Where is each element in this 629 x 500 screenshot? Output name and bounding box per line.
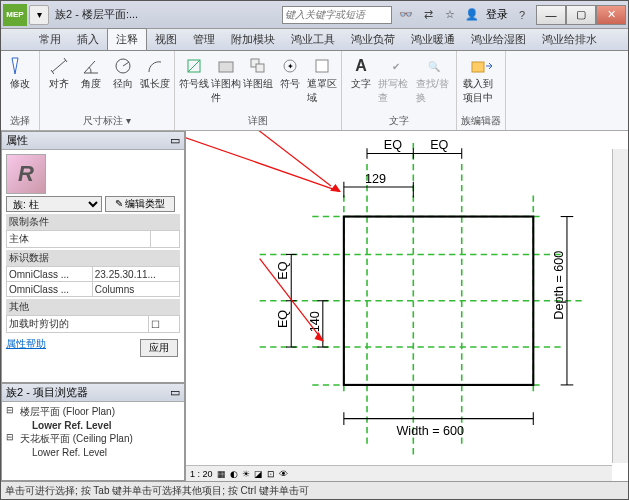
svg-rect-9: [256, 64, 264, 72]
close-button[interactable]: ✕: [596, 5, 626, 25]
quick-access-toolbar: MEP ▾: [3, 4, 49, 26]
dim-eq1: EQ: [384, 138, 402, 152]
arc-length-button[interactable]: 弧长度: [140, 53, 170, 91]
symbol-line-button[interactable]: 符号线: [179, 53, 209, 91]
browser-header[interactable]: 族2 - 项目浏览器▭: [2, 384, 184, 402]
tree-floorplans[interactable]: 楼层平面 (Floor Plan): [4, 404, 182, 420]
tab-view[interactable]: 视图: [147, 29, 185, 50]
exchange-icon[interactable]: ⇄: [420, 7, 436, 23]
tree-ceilingplans[interactable]: 天花板平面 (Ceiling Plan): [4, 431, 182, 447]
qat-dropdown[interactable]: ▾: [29, 5, 49, 25]
aligned-dim-button[interactable]: 对齐: [44, 53, 74, 91]
scale-control[interactable]: 1 : 20: [190, 469, 213, 479]
tab-insert[interactable]: 插入: [69, 29, 107, 50]
status-bar: 单击可进行选择; 按 Tab 键并单击可选择其他项目; 按 Ctrl 键并单击可: [1, 481, 628, 499]
pane-pin-icon[interactable]: ▭: [170, 134, 180, 147]
mask-region-button[interactable]: 遮罩区域: [307, 53, 337, 105]
modify-button[interactable]: 修改: [5, 53, 35, 91]
tab-addins[interactable]: 附加模块: [223, 29, 283, 50]
prop-host-value[interactable]: [151, 231, 180, 248]
tab-common[interactable]: 常用: [31, 29, 69, 50]
svg-line-47: [186, 131, 340, 191]
tab-annotate[interactable]: 注释: [107, 28, 147, 50]
dim-129: 129: [365, 172, 386, 186]
type-preview: R: [6, 154, 46, 194]
properties-help-link[interactable]: 属性帮助: [6, 338, 46, 349]
load-into-project-button[interactable]: 载入到项目中: [463, 53, 499, 105]
tab-hy-hvac[interactable]: 鸿业暖通: [403, 29, 463, 50]
app-menu-button[interactable]: MEP: [3, 4, 27, 26]
drawing-view[interactable]: — ▱ ✕ ⌂ 2D ◉ ✋: [186, 131, 628, 481]
dim-eq4: EQ: [276, 310, 290, 328]
svg-rect-7: [219, 62, 233, 72]
favorite-icon[interactable]: ☆: [442, 7, 458, 23]
detail-level-icon[interactable]: ▦: [217, 469, 226, 479]
group-dim-label[interactable]: 尺寸标注 ▾: [83, 112, 131, 130]
angular-dim-button[interactable]: 角度: [76, 53, 106, 91]
svg-rect-13: [472, 62, 484, 72]
login-link[interactable]: 登录: [486, 7, 508, 22]
tab-hy-plumb[interactable]: 鸿业给排水: [534, 29, 605, 50]
svg-line-6: [188, 60, 200, 72]
section-other: 其他: [6, 299, 180, 315]
prop-cutwithvoids-value[interactable]: ☐: [149, 316, 180, 333]
window-title: 族2 - 楼层平面:...: [55, 7, 282, 22]
prop-omniclass-num-label: OmniClass ...: [7, 267, 93, 282]
visual-style-icon[interactable]: ◐: [230, 469, 238, 479]
detail-group-button[interactable]: 详图组: [243, 53, 273, 91]
crop-icon[interactable]: ⊡: [267, 469, 275, 479]
main-area: 属性▭ R 族: 柱 ✎ 编辑类型 限制条件 主体 标识数据 OmniClass…: [1, 131, 628, 481]
detail-component-button[interactable]: 详图构件: [211, 53, 241, 105]
group-family-label: 族编辑器: [461, 112, 501, 130]
svg-text:✦: ✦: [287, 62, 294, 71]
ribbon-tabs: 常用 插入 注释 视图 管理 附加模块 鸿业工具 鸿业负荷 鸿业暖通 鸿业给湿图…: [1, 29, 628, 51]
prop-omniclass-title-label: OmniClass ...: [7, 282, 93, 297]
drawing-svg: EQ EQ 129 EQ EQ 140 Width = 600 Depth = …: [186, 131, 628, 481]
group-detail-label: 详图: [248, 112, 268, 130]
title-bar: MEP ▾ 族2 - 楼层平面:... 👓 ⇄ ☆ 👤 登录 ? — ▢ ✕: [1, 1, 628, 29]
edit-type-button[interactable]: ✎ 编辑类型: [105, 196, 175, 212]
title-utility-icons: 👓 ⇄ ☆ 👤 登录 ?: [398, 7, 530, 23]
type-selector[interactable]: 族: 柱: [6, 196, 102, 212]
apply-button[interactable]: 应用: [140, 339, 178, 357]
search-input[interactable]: [282, 6, 392, 24]
tree-floorplan-lower[interactable]: Lower Ref. Level: [4, 420, 182, 431]
radial-dim-button[interactable]: 径向: [108, 53, 138, 91]
svg-line-0: [52, 60, 66, 72]
group-select-label: 选择: [10, 112, 30, 130]
tab-hy-load[interactable]: 鸿业负荷: [343, 29, 403, 50]
section-identity: 标识数据: [6, 250, 180, 266]
minimize-button[interactable]: —: [536, 5, 566, 25]
hide-isolate-icon[interactable]: 👁: [279, 469, 288, 479]
help-icon[interactable]: ?: [514, 7, 530, 23]
find-replace-button[interactable]: 🔍查找/替换: [416, 53, 452, 105]
svg-rect-12: [316, 60, 328, 72]
dim-depth: Depth = 600: [552, 251, 566, 320]
prop-host-label: 主体: [7, 231, 151, 248]
spellcheck-button[interactable]: ✔拼写检查: [378, 53, 414, 105]
prop-omniclass-num-value[interactable]: 23.25.30.11...: [92, 267, 179, 282]
section-constraints: 限制条件: [6, 214, 180, 230]
binoculars-icon[interactable]: 👓: [398, 7, 414, 23]
dim-width: Width = 600: [396, 424, 464, 438]
dim-eq3: EQ: [276, 261, 290, 279]
tab-hy-tools[interactable]: 鸿业工具: [283, 29, 343, 50]
shadows-icon[interactable]: ◪: [254, 469, 263, 479]
symbol-button[interactable]: ✦符号: [275, 53, 305, 91]
prop-omniclass-title-value[interactable]: Columns: [92, 282, 179, 297]
view-control-bar: 1 : 20 ▦ ◐ ☀ ◪ ⊡ 👁: [186, 465, 612, 481]
svg-line-4: [123, 62, 129, 66]
tab-hy-humid[interactable]: 鸿业给湿图: [463, 29, 534, 50]
text-button[interactable]: A文字: [346, 53, 376, 91]
pane-pin-icon[interactable]: ▭: [170, 386, 180, 399]
tree-ceilingplan-lower[interactable]: Lower Ref. Level: [4, 447, 182, 458]
properties-header[interactable]: 属性▭: [2, 132, 184, 150]
sun-path-icon[interactable]: ☀: [242, 469, 250, 479]
vertical-scrollbar[interactable]: [612, 149, 628, 463]
tab-manage[interactable]: 管理: [185, 29, 223, 50]
maximize-button[interactable]: ▢: [566, 5, 596, 25]
group-text-label[interactable]: 文字: [389, 112, 409, 130]
ribbon: 修改 选择 对齐 角度 径向 弧长度 尺寸标注 ▾ 符号线 详图构件 详图组 ✦…: [1, 51, 628, 131]
dim-eq2: EQ: [430, 138, 448, 152]
user-icon[interactable]: 👤: [464, 7, 480, 23]
